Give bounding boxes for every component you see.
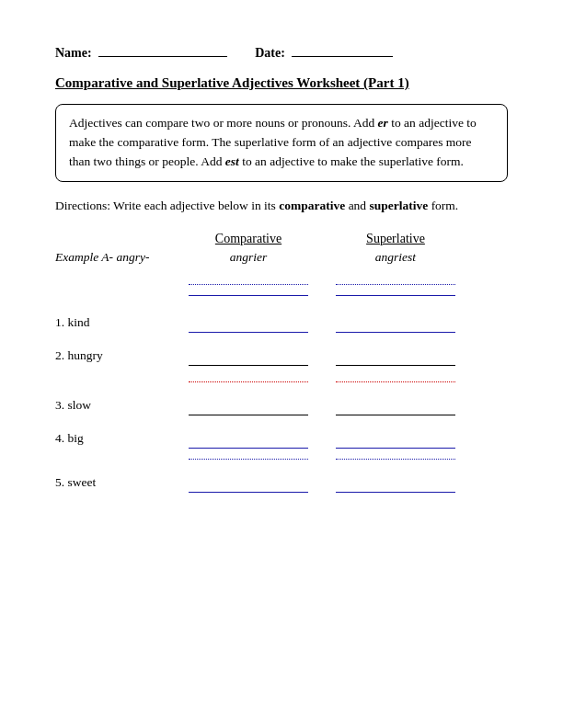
item-2-label: 2. hungry [55, 348, 175, 366]
date-line [292, 56, 393, 57]
item-2-sup-line [336, 349, 455, 366]
solid-line-1 [189, 287, 308, 296]
columns-header: Comparative Superlative [175, 232, 508, 246]
superlative-header: Superlative [322, 232, 469, 246]
item-5-comp-line-row [175, 476, 322, 493]
item-4-comp-line-row [175, 432, 322, 449]
item-1-sup-line [336, 316, 455, 333]
example-comparative: angrier [175, 250, 322, 265]
item-4-comp-line [189, 432, 308, 449]
dotted-line-1 [189, 276, 308, 285]
worksheet-title: Comparative and Superlative Adjectives W… [55, 75, 508, 91]
example-solid-comp [175, 287, 322, 296]
solid-line-2 [336, 287, 455, 296]
comparative-header: Comparative [175, 232, 322, 246]
item-1-label-row: 1. kind [55, 307, 508, 333]
item-3-label: 3. slow [55, 398, 175, 415]
item-4-dotted-comp [175, 450, 322, 460]
item-4-label-row: 4. big [55, 423, 508, 449]
red-dotted-line-1 [189, 373, 308, 382]
item-5-section: 5. sweet [55, 467, 508, 493]
header: Name: Date: [55, 46, 508, 61]
item-2-sup-line-row [322, 349, 469, 366]
item-3-comp-line [189, 399, 308, 415]
item-1-section: 1. kind [55, 307, 508, 333]
dotted-line-2 [336, 276, 455, 285]
info-box: Adjectives can compare two or more nouns… [55, 104, 508, 182]
item-4-dotted-line-2 [336, 450, 455, 460]
item-3-sup-line [336, 399, 455, 415]
red-dotted-comp [175, 373, 322, 382]
item-4-section: 4. big [55, 423, 508, 460]
red-dotted-line-2 [336, 373, 455, 382]
item-5-label: 5. sweet [55, 475, 175, 493]
example-solid-sup [322, 287, 469, 296]
example-superlative: angriest [322, 250, 469, 265]
item-5-comp-line [189, 476, 308, 493]
example-dotted-comp [175, 276, 322, 285]
red-dotted-row [175, 373, 508, 382]
item-1-label: 1. kind [55, 315, 175, 333]
example-solid-row [175, 287, 508, 296]
item-2-comp-line-row [175, 349, 322, 366]
item-4-dotted-row [175, 450, 508, 460]
item-4-label: 4. big [55, 431, 175, 449]
item-3-comp-line-row [175, 399, 322, 415]
item-3-label-row: 3. slow [55, 390, 508, 415]
item-3-section: 3. slow [55, 390, 508, 415]
item-4-dotted-line-1 [189, 450, 308, 460]
item-4-sup-line [336, 432, 455, 449]
name-line [98, 56, 227, 57]
example-row: Example A- angry- angrier angriest [55, 250, 508, 272]
item-2-comp-line [189, 349, 308, 366]
item-5-sup-line [336, 476, 455, 493]
example-dotted-row [175, 276, 508, 285]
name-label: Name: [55, 46, 227, 61]
item-5-sup-line-row [322, 476, 469, 493]
item-4-sup-line-row [322, 432, 469, 449]
item-3-sup-line-row [322, 399, 469, 415]
item-1-comp-line [189, 316, 308, 333]
item-5-label-row: 5. sweet [55, 467, 508, 493]
directions: Directions: Write each adjective below i… [55, 197, 508, 215]
item-4-dotted-sup [322, 450, 469, 460]
date-label: Date: [255, 46, 393, 61]
item-1-comp-line-row [175, 316, 322, 333]
red-dotted-sup [322, 373, 469, 382]
item-2-section: 2. hungry [55, 340, 508, 366]
example-dotted-sup [322, 276, 469, 285]
example-label: Example A- angry- [55, 250, 175, 265]
item-1-sup-line-row [322, 316, 469, 333]
item-2-label-row: 2. hungry [55, 340, 508, 366]
